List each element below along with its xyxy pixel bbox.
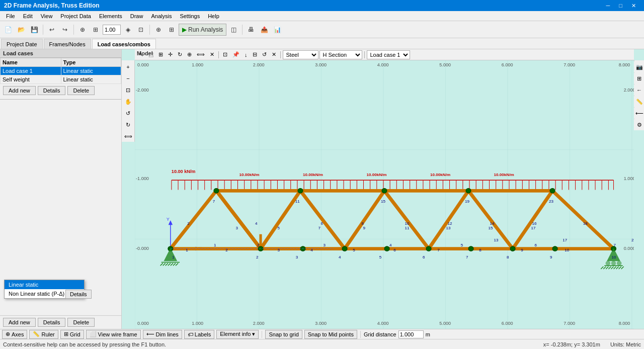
dimlines-button[interactable]: ⟵ Dim lines [143,330,182,339]
griddistance-label: Grid distance [364,331,396,337]
details-loadcase-button[interactable]: Details [38,86,66,95]
svg-point-146 [606,261,610,266]
right-arrow-left[interactable]: ← [634,84,645,96]
right-ruler[interactable]: 📏 [634,96,645,107]
vert-rotate[interactable]: ↺ [123,108,134,119]
sec-cross[interactable]: ✕ [208,50,216,59]
svg-text:23: 23 [549,200,554,204]
sec-moment[interactable]: ↺ [260,50,269,59]
ruler-button[interactable]: 📏 Ruler [29,330,58,339]
tab-project-date[interactable]: Project Date [1,39,43,49]
labels-button[interactable]: 🏷 Labels [184,330,214,339]
tab-frames-nodes[interactable]: Frames/Nodes [44,39,91,49]
tool7[interactable]: ◫ [227,24,239,36]
vert-zoom-in[interactable]: + [123,61,134,72]
dropdown-item-linear[interactable]: Linear static [5,280,84,289]
griddistance-input[interactable] [398,330,424,338]
menu-edit[interactable]: Edit [19,12,37,20]
sec-nodes[interactable]: ⊕ [185,50,194,59]
tool6[interactable]: ⊞ [166,24,178,36]
bottom-btn-row: Add new Details Delete [0,315,121,329]
row2-type: Linear static [61,75,121,84]
new-button[interactable]: 📄 [2,24,14,36]
export-button[interactable]: 📤 [258,24,270,36]
menu-bar: File Edit View Project Data Elements Dra… [0,11,644,21]
delete-loadcase-button[interactable]: Delete [67,86,95,95]
minimize-button[interactable]: ─ [602,2,614,10]
details-bottom-button[interactable]: Details [38,318,66,327]
run-analysis-button[interactable]: ▶ Run Analysis [179,24,226,36]
menu-file[interactable]: File [2,12,19,20]
report-button[interactable]: 📊 [271,24,283,36]
save-button[interactable]: 💾 [28,24,40,36]
snaptomid-button[interactable]: Snap to Mid points [304,330,357,339]
row1-type: Linear static [61,67,121,75]
menu-settings[interactable]: Settings [176,12,204,20]
redo-button[interactable]: ↪ [59,24,71,36]
section-select[interactable]: H Section Box Section Circular [319,50,362,59]
table-row[interactable]: Self weight Linear static [1,75,121,84]
loadcase-select[interactable]: Load case 1 Self weight [367,50,410,59]
svg-text:1.000: 1.000 [192,321,203,326]
undo-button[interactable]: ↩ [46,24,58,36]
grid-button[interactable]: ⊞ Grid [60,330,84,339]
sec-node-tool[interactable]: ⊡ [221,50,229,59]
labels-label: Labels [195,331,211,337]
sec-rotate[interactable]: ↻ [176,50,184,59]
material-select[interactable]: Steel Concrete [283,50,318,59]
table-row[interactable]: Load case 1 Linear static [1,67,121,75]
menu-draw[interactable]: Draw [126,12,147,20]
sec-pin[interactable]: 📌 [230,50,242,59]
menu-project-data[interactable]: Project Data [56,12,95,20]
snaptogrid-label: Snap to grid [269,331,298,337]
open-button[interactable]: 📂 [15,24,27,36]
vert-zoom-out[interactable]: − [123,73,134,84]
tool2[interactable]: ⊞ [90,24,102,36]
value-input-1[interactable] [103,25,121,35]
svg-text:9: 9 [363,226,365,230]
menu-help[interactable]: Help [204,12,223,20]
add-new-bottom-button[interactable]: Add new [3,318,36,327]
vert-zoom-fit[interactable]: ⊡ [123,84,134,96]
truss-canvas[interactable]: 0.000 1.000 2.000 3.000 4.000 5.000 6.00… [135,60,634,329]
svg-text:12: 12 [448,221,452,226]
axes-button[interactable]: ⊕ Axes [2,330,27,339]
tool1[interactable]: ⊕ [76,24,89,36]
menu-elements[interactable]: Elements [95,12,126,20]
sec-select-all[interactable]: ⊞ [156,50,165,59]
tool3[interactable]: ◈ [122,24,134,36]
svg-text:2: 2 [256,255,259,259]
vert-pan[interactable]: ✋ [123,96,134,107]
tab-load-cases[interactable]: Load cases/combos [92,39,156,49]
vert-mirror[interactable]: ⟺ [123,131,134,142]
add-new-loadcase-button[interactable]: Add new [3,86,36,95]
tool4[interactable]: ⊡ [135,24,147,36]
snaptogrid-button[interactable]: Snap to grid [265,330,302,339]
tool5[interactable]: ⊕ [152,24,165,36]
grid-icon: ⊞ [64,331,68,337]
right-camera[interactable]: 📷 [634,61,645,72]
menu-view[interactable]: View [37,12,57,20]
right-dim[interactable]: ⟵ [634,108,645,119]
delete-bottom-button[interactable]: Delete [67,318,95,327]
svg-text:0.000: 0.000 [624,246,634,251]
details-floating-button[interactable]: Details [65,290,92,299]
menu-analysis[interactable]: Analysis [147,12,176,20]
svg-text:15: 15 [488,226,493,230]
close-button[interactable]: ✕ [627,2,640,10]
col-type-header: Type [61,58,121,67]
sec-mirror[interactable]: ⟺ [195,50,207,59]
right-settings[interactable]: ⚙ [634,119,645,130]
sec-dist-load[interactable]: ⊟ [251,50,259,59]
right-grid[interactable]: ⊞ [634,73,645,84]
run-label: Run Analysis [188,26,223,33]
wireframe-button[interactable]: ⬜ View wire frame [86,330,141,339]
sec-move[interactable]: ✛ [166,50,175,59]
ruler-label: Ruler [41,331,54,337]
elementinfo-button[interactable]: Element info ▾ [216,330,259,339]
sec-load-arrow[interactable]: ↓ [243,50,250,59]
sec-delete[interactable]: ✕ [270,50,278,59]
vert-rotate2[interactable]: ↻ [123,119,134,130]
print-button[interactable]: 🖶 [245,24,257,36]
maximize-button[interactable]: □ [615,2,626,10]
